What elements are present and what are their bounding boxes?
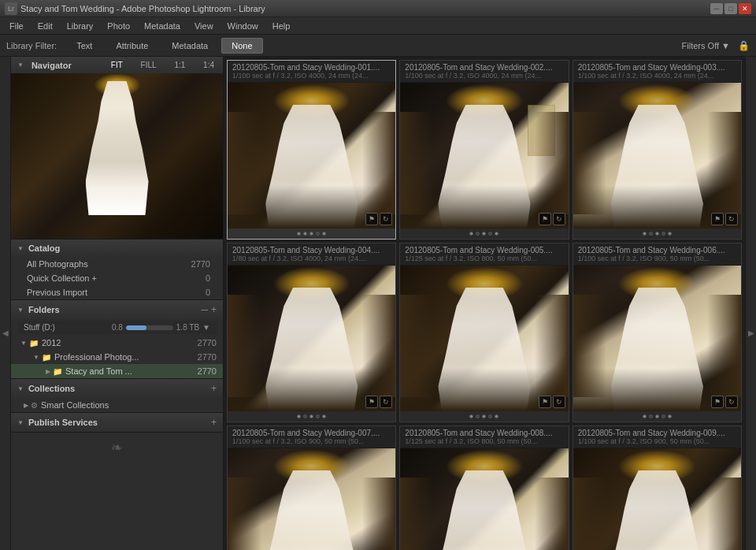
collections-header[interactable]: ▼ Collections + xyxy=(11,379,223,398)
photo-dot[interactable] xyxy=(469,232,473,236)
filter-lock-icon[interactable]: 🔒 xyxy=(738,40,750,51)
photo-flag-icon[interactable]: ⚑ xyxy=(711,213,724,225)
photo-cell[interactable]: 20120805-Tom and Stacy Wedding-002....1/… xyxy=(399,60,569,240)
navigator-preview[interactable] xyxy=(11,73,223,239)
photo-cell[interactable]: 20120805-Tom and Stacy Wedding-005....1/… xyxy=(399,243,569,422)
menu-item-edit[interactable]: Edit xyxy=(32,20,59,32)
photo-dot[interactable] xyxy=(649,414,653,418)
photo-dot[interactable] xyxy=(316,414,320,418)
left-panel: ▼ Navigator FIT FILL 1:1 1:4 ▼ xyxy=(11,57,224,550)
photo-dot[interactable] xyxy=(662,232,665,236)
photo-rotate-icon[interactable]: ↻ xyxy=(725,213,738,225)
filters-off-button[interactable]: Filters Off ▼ xyxy=(682,41,730,50)
photo-dot[interactable] xyxy=(662,414,665,418)
photo-dot[interactable] xyxy=(643,232,647,236)
folder-stacy-tom[interactable]: ▶ 📁 Stacy and Tom ... 2770 xyxy=(11,364,223,378)
photo-dot[interactable] xyxy=(303,414,307,418)
menu-item-window[interactable]: Window xyxy=(221,20,265,32)
photo-dot[interactable] xyxy=(495,414,498,418)
photo-dot[interactable] xyxy=(488,232,492,236)
menu-item-library[interactable]: Library xyxy=(61,20,100,32)
photo-rotate-icon[interactable]: ↻ xyxy=(553,213,565,225)
photo-dot[interactable] xyxy=(316,232,320,236)
zoom-fill[interactable]: FILL xyxy=(139,60,159,70)
photo-dot[interactable] xyxy=(655,414,659,418)
menu-item-help[interactable]: Help xyxy=(266,20,297,32)
maximize-button[interactable]: □ xyxy=(724,3,737,14)
photo-flag-icon[interactable]: ⚑ xyxy=(711,396,724,408)
folders-header[interactable]: ▼ Folders ─ + xyxy=(11,300,223,319)
drive-size-bar xyxy=(126,325,173,330)
menu-item-view[interactable]: View xyxy=(188,20,220,32)
menu-item-metadata[interactable]: Metadata xyxy=(138,20,187,32)
photo-flag-icon[interactable]: ⚑ xyxy=(539,213,551,225)
photo-dot[interactable] xyxy=(476,232,480,236)
window-controls[interactable]: ─ □ ✕ xyxy=(710,3,751,14)
folders-collapse-icon[interactable]: ─ xyxy=(201,304,208,315)
photo-dot[interactable] xyxy=(322,232,326,236)
filter-tab-text[interactable]: Text xyxy=(66,38,102,54)
zoom-1-4[interactable]: 1:4 xyxy=(201,60,217,70)
catalog-header[interactable]: ▼ Catalog xyxy=(11,240,223,257)
menu-item-file[interactable]: File xyxy=(3,20,30,32)
zoom-fit[interactable]: FIT xyxy=(109,60,125,70)
photo-cell[interactable]: 20120805-Tom and Stacy Wedding-007....1/… xyxy=(227,426,396,550)
photo-dot[interactable] xyxy=(476,414,480,418)
filter-tab-none[interactable]: None xyxy=(221,38,262,54)
previous-import-row[interactable]: Previous Import 0 xyxy=(11,285,223,299)
photo-dot[interactable] xyxy=(297,232,301,236)
photo-rotate-icon[interactable]: ↻ xyxy=(380,396,392,408)
photo-dot[interactable] xyxy=(668,232,672,236)
title-bar-left: Lr Stacy and Tom Wedding - Adobe Photosh… xyxy=(5,2,265,15)
folder-2012[interactable]: ▼ 📁 2012 2770 xyxy=(11,336,223,350)
drive-dropdown-icon[interactable]: ▼ xyxy=(202,323,210,332)
photo-rotate-icon[interactable]: ↻ xyxy=(380,213,392,225)
publish-services-header[interactable]: ▼ Publish Services + xyxy=(11,413,223,432)
photo-cell[interactable]: 20120805-Tom and Stacy Wedding-009....1/… xyxy=(573,426,742,550)
photo-dot[interactable] xyxy=(297,414,301,418)
photo-cell[interactable]: 20120805-Tom and Stacy Wedding-001....1/… xyxy=(227,60,396,240)
filter-tab-metadata[interactable]: Metadata xyxy=(161,38,218,54)
photo-cell[interactable]: 20120805-Tom and Stacy Wedding-008....1/… xyxy=(399,426,569,550)
filter-tab-attribute[interactable]: Attribute xyxy=(106,38,158,54)
photo-dot[interactable] xyxy=(495,232,498,236)
quick-collection-row[interactable]: Quick Collection + 0 xyxy=(11,271,223,285)
minimize-button[interactable]: ─ xyxy=(710,3,723,14)
photo-dot[interactable] xyxy=(309,232,313,236)
photo-dot[interactable] xyxy=(488,414,492,418)
photo-rotate-icon[interactable]: ↻ xyxy=(553,396,565,408)
navigator-header[interactable]: ▼ Navigator FIT FILL 1:1 1:4 xyxy=(11,57,223,73)
photo-dot[interactable] xyxy=(655,232,659,236)
photo-cell[interactable]: 20120805-Tom and Stacy Wedding-006....1/… xyxy=(573,243,742,422)
photo-cell[interactable]: 20120805-Tom and Stacy Wedding-004....1/… xyxy=(227,243,396,422)
photo-flag-icon[interactable]: ⚑ xyxy=(365,396,378,408)
right-panel-collapse[interactable]: ▶ xyxy=(745,57,756,550)
collections-add-icon[interactable]: + xyxy=(211,383,217,394)
folders-add-icon[interactable]: + xyxy=(211,304,217,315)
photo-dot[interactable] xyxy=(322,414,326,418)
photo-dot[interactable] xyxy=(482,232,486,236)
left-panel-collapse[interactable]: ◀ xyxy=(0,57,11,550)
photo-wall-right xyxy=(362,112,396,214)
photo-flag-icon[interactable]: ⚑ xyxy=(539,396,551,408)
smart-collections-item[interactable]: ▶ ⚙ Smart Collections xyxy=(11,398,223,412)
publish-services-add-icon[interactable]: + xyxy=(211,417,217,428)
photo-flag-icon[interactable]: ⚑ xyxy=(365,213,378,225)
all-photographs-row[interactable]: All Photographs 2770 xyxy=(11,257,223,271)
photo-dot[interactable] xyxy=(643,414,647,418)
folder-professional[interactable]: ▼ 📁 Professional Photog... 2770 xyxy=(11,350,223,364)
close-button[interactable]: ✕ xyxy=(739,3,751,14)
drive-name: Stuff (D:) xyxy=(24,323,112,332)
folders-section: ▼ Folders ─ + Stuff (D:) 0.8 1.8 TB ▼ ▼ … xyxy=(11,300,223,379)
photo-cell[interactable]: 20120805-Tom and Stacy Wedding-003....1/… xyxy=(573,60,742,240)
photo-dot[interactable] xyxy=(668,414,672,418)
zoom-1-1[interactable]: 1:1 xyxy=(172,60,187,70)
photo-dot[interactable] xyxy=(469,414,473,418)
photo-dot[interactable] xyxy=(482,414,486,418)
photo-dot[interactable] xyxy=(303,232,307,236)
photo-dot[interactable] xyxy=(309,414,313,418)
menu-item-photo[interactable]: Photo xyxy=(101,20,136,32)
photo-dot[interactable] xyxy=(649,232,653,236)
grid-area[interactable]: 20120805-Tom and Stacy Wedding-001....1/… xyxy=(224,57,745,550)
photo-rotate-icon[interactable]: ↻ xyxy=(725,396,738,408)
